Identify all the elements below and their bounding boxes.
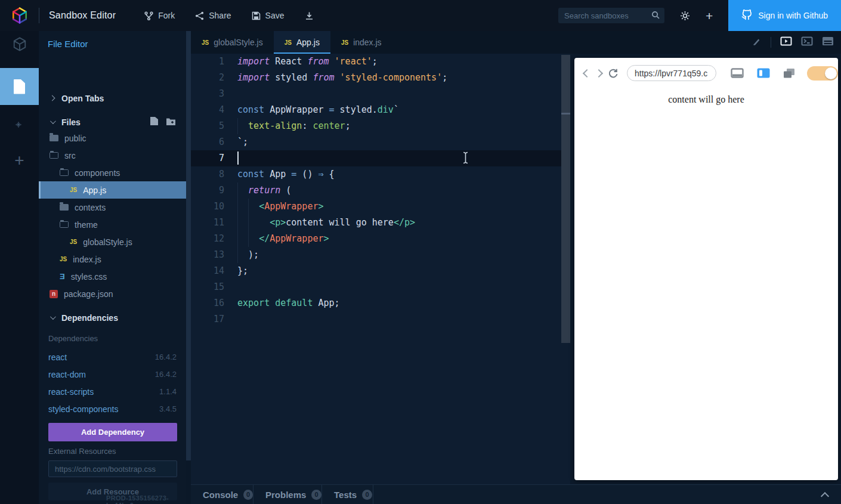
dependency-version: 3.4.5 — [159, 404, 177, 413]
tree-item-label: package.json — [64, 289, 113, 299]
search-input[interactable] — [558, 11, 686, 20]
tree-item-globalstyle-js[interactable]: JSglobalStyle.js — [39, 233, 186, 251]
status-count-badge: 0 — [362, 490, 372, 500]
topbar-divider — [39, 8, 39, 23]
rail-sandbox-config[interactable] — [0, 112, 39, 141]
paintbrush-icon[interactable] — [752, 36, 762, 49]
preview-zone: content will go here — [570, 54, 841, 484]
file-tree: publicsrccomponentsJSApp.jscontextstheme… — [39, 129, 186, 302]
dependency-react[interactable]: react16.4.2 — [39, 348, 186, 366]
dependency-react-dom[interactable]: react-dom16.4.2 — [39, 366, 186, 383]
tree-item-contexts[interactable]: contexts — [39, 199, 186, 216]
external-resource-input[interactable] — [48, 460, 177, 477]
tree-item-label: App.js — [83, 185, 106, 195]
status-tab-tests[interactable]: Tests0 — [322, 485, 373, 504]
add-file-icon[interactable] — [150, 117, 158, 128]
plus-icon[interactable]: + — [706, 10, 713, 22]
code-line-7: 7 — [191, 150, 570, 166]
tab-label: App.js — [296, 38, 320, 47]
tree-item-styles-css[interactable]: Ǝstyles.css — [39, 268, 186, 285]
code-editor[interactable]: 1import React from 'react';2import style… — [191, 54, 570, 484]
search-icon[interactable] — [651, 11, 660, 22]
text-cursor — [237, 151, 239, 165]
status-items: Console0Problems0Tests0 — [191, 485, 373, 504]
fork-icon — [144, 11, 153, 20]
code-line-16: 16export default App; — [191, 295, 570, 311]
line-number: 4 — [191, 102, 224, 118]
file-icon — [14, 79, 25, 94]
tree-item-src[interactable]: src — [39, 147, 186, 164]
tree-item-label: index.js — [73, 255, 101, 264]
line-number: 15 — [191, 279, 224, 295]
tab-app-js[interactable]: JSApp.js — [274, 31, 330, 54]
save-icon — [252, 11, 261, 20]
dependency-list: react16.4.2react-dom16.4.2react-scripts1… — [39, 348, 186, 418]
npm-file-icon: n — [50, 290, 58, 298]
rail-project-icon[interactable] — [0, 31, 39, 60]
forward-icon[interactable] — [595, 69, 603, 77]
fork-button[interactable]: Fork — [144, 11, 175, 20]
sidebar-resizer[interactable] — [186, 31, 191, 460]
monitor-icon[interactable] — [731, 68, 744, 78]
tree-item-components[interactable]: components — [39, 164, 186, 181]
rail-add-icon[interactable]: + — [0, 146, 39, 175]
chevron-up-icon[interactable] — [821, 492, 829, 500]
js-file-icon: JS — [70, 239, 77, 245]
share-button[interactable]: Share — [195, 11, 231, 20]
tab-globalstyle-js[interactable]: JSglobalStyle.js — [191, 31, 274, 54]
download-button[interactable] — [305, 11, 314, 20]
rail-file-editor[interactable] — [0, 68, 39, 105]
browser-view-icon[interactable] — [780, 36, 792, 48]
signin-github-button[interactable]: Sign in with Github — [728, 0, 841, 31]
layers-icon[interactable] — [783, 68, 795, 79]
dependency-react-scripts[interactable]: react-scripts1.1.4 — [39, 383, 186, 400]
back-icon[interactable] — [583, 69, 591, 77]
line-number: 1 — [191, 54, 224, 70]
status-label: Problems — [265, 490, 306, 500]
file-editor-sidebar: File Editor Open Tabs Files publicsrccom… — [39, 31, 186, 504]
codesandbox-app: Sandbox Editor Fork Share — [0, 0, 841, 504]
build-id: PROD-1535156273-be44bc6 — [106, 494, 186, 504]
download-icon — [305, 11, 314, 20]
files-section[interactable]: Files — [39, 115, 186, 129]
dependency-styled-components[interactable]: styled-components3.4.5 — [39, 400, 186, 418]
editor-scrollbar[interactable] — [561, 55, 570, 343]
status-tab-problems[interactable]: Problems0 — [253, 485, 322, 504]
chevron-right-icon — [50, 95, 55, 101]
tree-item-label: src — [64, 151, 76, 160]
tree-item-label: public — [64, 134, 86, 143]
js-file-icon: JS — [341, 39, 348, 46]
tree-item-public[interactable]: public — [39, 129, 186, 147]
add-dependency-button[interactable]: Add Dependency — [48, 423, 177, 441]
url-input[interactable] — [627, 65, 716, 81]
console-view-icon[interactable] — [801, 36, 813, 48]
dependency-name: react-dom — [48, 370, 86, 379]
search-box — [558, 8, 664, 23]
tree-item-index-js[interactable]: JSindex.js — [39, 251, 186, 268]
dependencies-section[interactable]: Dependencies — [39, 310, 186, 325]
save-button[interactable]: Save — [252, 11, 285, 20]
code-line-15: 15 — [191, 279, 570, 295]
refresh-icon[interactable] — [608, 68, 619, 79]
js-file-icon: JS — [70, 187, 77, 193]
tab-index-js[interactable]: JSindex.js — [330, 31, 392, 54]
code-line-4: 4const AppWrapper = styled.div` — [191, 102, 570, 118]
status-bar: Console0Problems0Tests0 — [191, 484, 841, 504]
tree-item-app-js[interactable]: JSApp.js — [39, 181, 186, 199]
code-line-8: 8const App = () ⇒ { — [191, 166, 570, 183]
add-folder-icon[interactable] — [166, 117, 175, 128]
tree-item-theme[interactable]: theme — [39, 216, 186, 233]
open-tabs-section[interactable]: Open Tabs — [39, 91, 186, 106]
css-file-icon: Ǝ — [60, 273, 65, 280]
tree-item-package-json[interactable]: npackage.json — [39, 285, 186, 302]
line-number: 8 — [191, 166, 224, 183]
editor-view-icon[interactable] — [822, 36, 834, 48]
codesandbox-logo[interactable] — [0, 0, 39, 31]
split-view-icon[interactable] — [757, 68, 770, 78]
status-tab-console[interactable]: Console0 — [191, 485, 253, 504]
toggle-knob — [825, 67, 837, 79]
code-line-2: 2import styled from 'styled-components'; — [191, 70, 570, 86]
share-icon — [195, 11, 204, 20]
line-number: 12 — [191, 231, 224, 247]
preview-toggle[interactable] — [807, 66, 838, 81]
